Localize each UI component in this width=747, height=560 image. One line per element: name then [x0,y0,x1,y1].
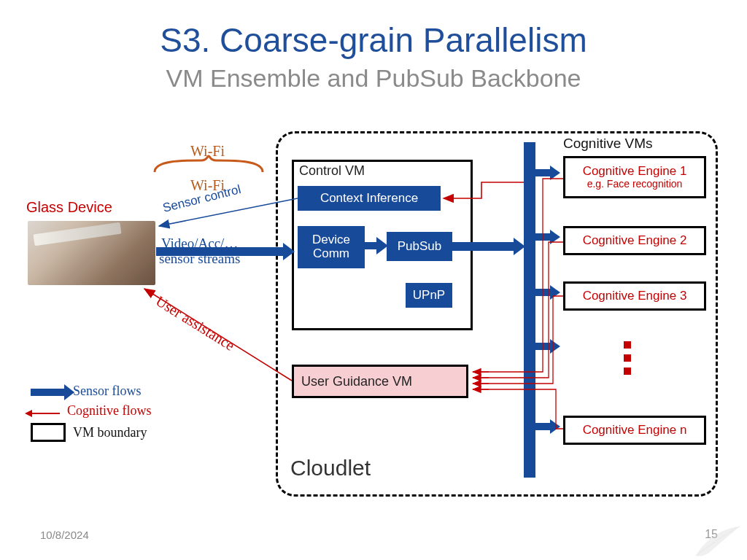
sensor-arrow-bus-to-cog1 [535,169,551,176]
wifi-label-top: Wi-Fi [190,143,225,160]
sensor-arrow-bus-to-cogn [535,423,551,430]
cognitive-engine-1-box: Cognitive Engine 1 e.g. Face recognition [563,156,706,198]
upnp-box: UPnP [406,283,452,308]
legend-cognitive-label: Cognitive flows [67,403,152,419]
sensor-arrow-glass-to-devcomm [156,247,285,256]
footer-date: 10/8/2024 [40,529,89,541]
cloudlet-label: Cloudlet [290,456,371,481]
device-comm-box: Device Comm [298,226,365,268]
legend-cognitive-arrow-icon [31,413,60,414]
context-inference-box: Context Inference [298,186,441,211]
sensor-arrow-bus-to-cog2 [535,233,551,241]
feather-watermark-icon [692,524,743,559]
sensor-arrow-devcomm-to-pubsub [365,242,378,249]
cognitive-engine-3-box: Cognitive Engine 3 [563,281,706,311]
cognitive-engine-1-subtitle: e.g. Face recognition [587,179,683,190]
glass-device-label: Glass Device [26,199,112,216]
slide-title: S3. Coarse-grain Parallelism [0,20,747,60]
slide: S3. Coarse-grain Parallelism VM Ensemble… [0,0,747,560]
legend-vm-icon [31,423,66,442]
legend: Sensor flows Cognitive flows VM boundary [31,379,152,446]
legend-sensor-arrow-icon [31,389,66,396]
legend-cognitive-row: Cognitive flows [31,403,152,419]
glass-device-image [28,221,155,285]
user-guidance-vm-box: User Guidance VM [292,365,468,398]
pubsub-box: PubSub [387,232,452,261]
sensor-arrow-bus-to-dots [535,343,551,350]
cognitive-engine-n-box: Cognitive Engine n [563,416,706,445]
user-assistance-label: User assistance [152,292,237,354]
sensor-arrow-bus-to-cog3 [535,289,551,296]
legend-sensor-row: Sensor flows [31,384,152,399]
control-vm-title: Control VM [299,163,365,179]
legend-vm-label: VM boundary [73,425,147,440]
ellipsis-icon [624,335,631,381]
legend-sensor-label: Sensor flows [73,384,142,399]
cognitive-vms-label: Cognitive VMs [563,136,653,152]
legend-vm-row: VM boundary [31,423,152,442]
sensor-arrow-pubsub-to-bus [452,242,515,251]
cognitive-engine-2-box: Cognitive Engine 2 [563,226,706,255]
slide-subtitle: VM Ensemble and PubSub Backbone [0,64,747,93]
pubsub-bus [524,142,535,478]
cognitive-engine-1-title: Cognitive Engine 1 [583,165,687,179]
